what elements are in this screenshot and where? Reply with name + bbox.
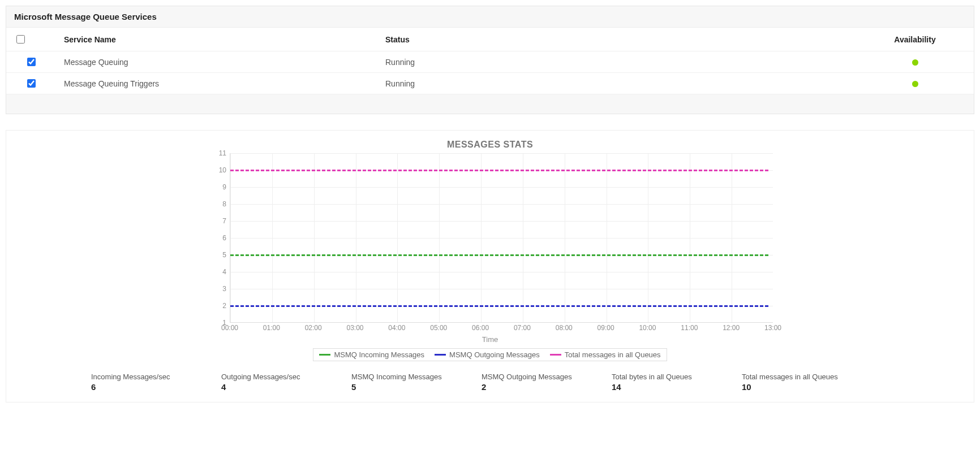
chart-x-tick: 05:00 (430, 324, 447, 332)
chart-x-tick: 11:00 (681, 324, 698, 332)
stat-value: 2 (482, 382, 578, 392)
legend-swatch-icon (435, 354, 446, 356)
stats-row: Incoming Messages/sec6Outgoing Messages/… (6, 361, 974, 394)
stat-value: 14 (612, 382, 708, 392)
chart-x-tick: 12:00 (723, 324, 740, 332)
availability-dot-icon (912, 59, 918, 66)
chart-grid (230, 153, 773, 323)
stat-block: Total messages in all Queues10 (742, 373, 838, 392)
chart-y-tick: 3 (210, 285, 226, 293)
legend-label: Total messages in all Queues (565, 350, 661, 359)
stat-value: 4 (221, 382, 317, 392)
chart-y-tick: 6 (210, 234, 226, 242)
stat-label: Total messages in all Queues (742, 373, 838, 381)
chart-series-line[interactable] (230, 170, 768, 171)
chart-y-tick: 5 (210, 251, 226, 259)
chart-y-tick: 2 (210, 302, 226, 310)
chart-y-tick: 11 (210, 149, 226, 157)
chart-series-line[interactable] (230, 305, 768, 307)
legend-item[interactable]: Total messages in all Queues (550, 350, 661, 359)
header-availability[interactable]: Availability (856, 28, 974, 51)
stat-block: Incoming Messages/sec6 (91, 373, 187, 392)
chart-x-tick: 13:00 (764, 324, 781, 332)
legend-label: MSMQ Outgoing Messages (449, 350, 540, 359)
chart-y-tick: 4 (210, 268, 226, 276)
stat-block: Total bytes in all Queues14 (612, 373, 708, 392)
stat-block: MSMQ Incoming Messages5 (351, 373, 448, 392)
chart-legend-box: MSMQ Incoming MessagesMSMQ Outgoing Mess… (313, 348, 667, 361)
services-table: Service Name Status Availability Message… (6, 28, 974, 94)
chart-x-ticks: 00:0001:0002:0003:0004:0005:0006:0007:00… (207, 324, 773, 334)
row-checkbox-cell (6, 51, 56, 73)
legend-item[interactable]: MSMQ Incoming Messages (319, 350, 424, 359)
chart-x-tick: 10:00 (639, 324, 656, 332)
service-name-cell: Message Queuing Triggers (56, 73, 377, 94)
chart-plot[interactable]: 1234567891011 (207, 153, 773, 323)
row-checkbox-cell (6, 73, 56, 94)
stat-block: MSMQ Outgoing Messages2 (482, 373, 578, 392)
stat-value: 10 (742, 382, 838, 392)
stat-block: Outgoing Messages/sec4 (221, 373, 317, 392)
chart-y-tick: 10 (210, 166, 226, 174)
row-checkbox[interactable] (27, 58, 36, 66)
service-status-cell: Running (377, 51, 856, 73)
stat-label: MSMQ Incoming Messages (351, 373, 448, 381)
chart-y-tick: 9 (210, 183, 226, 191)
select-all-checkbox[interactable] (16, 35, 25, 44)
chart-x-tick: 02:00 (305, 324, 322, 332)
table-header-row: Service Name Status Availability (6, 28, 974, 51)
stat-label: Total bytes in all Queues (612, 373, 708, 381)
chart-x-tick: 07:00 (514, 324, 531, 332)
chart-title: MESSAGES STATS (6, 140, 974, 150)
stat-label: Outgoing Messages/sec (221, 373, 317, 381)
availability-cell (856, 51, 974, 73)
chart-y-tick: 8 (210, 200, 226, 208)
table-row[interactable]: Message Queuing TriggersRunning (6, 73, 974, 94)
header-service-name[interactable]: Service Name (56, 28, 377, 51)
row-checkbox[interactable] (27, 79, 36, 88)
table-row[interactable]: Message QueuingRunning (6, 51, 974, 73)
services-panel-footer (6, 94, 974, 114)
stat-value: 6 (91, 382, 187, 392)
header-status[interactable]: Status (377, 28, 856, 51)
chart-x-tick: 09:00 (598, 324, 614, 332)
service-name-cell: Message Queuing (56, 51, 377, 73)
service-status-cell: Running (377, 73, 856, 94)
availability-dot-icon (912, 81, 918, 87)
stat-label: MSMQ Outgoing Messages (482, 373, 578, 381)
chart-legend: MSMQ Incoming MessagesMSMQ Outgoing Mess… (6, 348, 974, 361)
stat-value: 5 (351, 382, 448, 392)
chart-x-label: Time (6, 335, 974, 344)
availability-cell (856, 73, 974, 94)
services-panel-title: Microsoft Message Queue Services (6, 6, 974, 28)
chart-x-tick: 03:00 (347, 324, 364, 332)
chart-x-tick: 04:00 (388, 324, 405, 332)
legend-label: MSMQ Incoming Messages (334, 350, 424, 359)
header-checkbox-cell (6, 28, 56, 51)
chart-series-line[interactable] (230, 254, 768, 256)
chart-x-tick: 08:00 (556, 324, 573, 332)
legend-item[interactable]: MSMQ Outgoing Messages (435, 350, 540, 359)
legend-swatch-icon (550, 354, 561, 356)
chart-y-tick: 7 (210, 217, 226, 225)
services-panel: Microsoft Message Queue Services Service… (6, 6, 974, 114)
stat-label: Incoming Messages/sec (91, 373, 187, 381)
chart-x-tick: 06:00 (472, 324, 489, 332)
legend-swatch-icon (319, 354, 330, 356)
chart-x-tick: 00:00 (221, 324, 238, 332)
messages-stats-panel: MESSAGES STATS 1234567891011 00:0001:000… (6, 130, 974, 402)
chart-x-tick: 01:00 (263, 324, 280, 332)
